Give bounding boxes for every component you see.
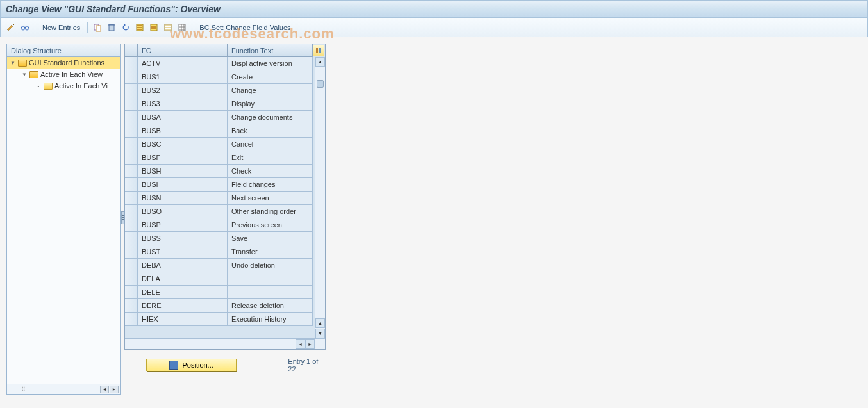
table-vertical-scrollbar[interactable]: ▲ ▲ ▼	[315, 57, 325, 338]
select-all-button[interactable]	[133, 21, 146, 34]
cell-function-text[interactable]: Transfer	[228, 245, 313, 259]
row-selector-header[interactable]	[125, 44, 138, 57]
row-selector[interactable]	[125, 70, 138, 84]
cell-fc[interactable]: BUSB	[138, 124, 228, 138]
cell-function-text[interactable]: Save	[228, 232, 313, 245]
other-view-button[interactable]	[19, 21, 31, 34]
cell-fc[interactable]: BUSF	[138, 151, 228, 165]
select-all-icon	[135, 23, 144, 32]
row-selector[interactable]	[125, 299, 138, 313]
scroll-right-button[interactable]: ►	[110, 386, 119, 393]
collapse-icon[interactable]: ▼	[10, 60, 16, 66]
cell-fc[interactable]: BUST	[138, 245, 228, 259]
row-selector[interactable]	[125, 151, 138, 165]
toggle-display-change-button[interactable]	[4, 21, 17, 34]
cell-function-text[interactable]: Other standing order	[228, 205, 313, 218]
collapse-icon[interactable]: ▼	[21, 72, 28, 78]
cell-fc[interactable]: BUS1	[138, 70, 228, 84]
column-header-fc[interactable]: FC	[138, 44, 228, 57]
row-selector[interactable]	[125, 84, 138, 97]
cell-function-text[interactable]: Check	[228, 165, 313, 178]
bcset-button[interactable]: BC Set: Change Field Values	[196, 21, 294, 34]
cell-function-text[interactable]: Cancel	[228, 138, 313, 151]
cell-fc[interactable]: BUSN	[138, 192, 228, 205]
cell-fc[interactable]: DELE	[138, 286, 228, 299]
cell-function-text[interactable]: Change	[228, 84, 313, 97]
cell-function-text[interactable]: Exit	[228, 151, 313, 165]
functions-table: FC Function Text ACTVDispl active versio…	[124, 44, 326, 350]
row-selector[interactable]	[125, 192, 138, 205]
row-selector[interactable]	[125, 205, 138, 218]
cell-fc[interactable]: BUSA	[138, 111, 228, 124]
tree-body: ▼GUI Standard Functions▼Active In Each V…	[7, 57, 120, 384]
row-selector[interactable]	[125, 218, 138, 232]
cell-function-text[interactable]: Displ active version	[228, 57, 313, 70]
cell-function-text[interactable]: Change documents	[228, 111, 313, 124]
cell-function-text[interactable]: Release deletion	[228, 299, 313, 313]
tree-node[interactable]: ▼GUI Standard Functions	[7, 57, 120, 69]
expand-icon[interactable]: •	[35, 83, 42, 89]
table-horizontal-scrollbar[interactable]: ◄ ►	[125, 338, 325, 349]
cell-function-text[interactable]: Next screen	[228, 192, 313, 205]
cell-function-text[interactable]: Execution History	[228, 313, 313, 326]
cell-fc[interactable]: DERE	[138, 299, 228, 313]
cell-fc[interactable]: BUSO	[138, 205, 228, 218]
cell-fc[interactable]: HIEX	[138, 313, 228, 326]
row-selector[interactable]	[125, 286, 138, 299]
row-selector[interactable]	[125, 272, 138, 286]
cell-fc[interactable]: BUSH	[138, 165, 228, 178]
cell-function-text[interactable]	[228, 272, 313, 286]
position-button[interactable]: Position...	[146, 359, 237, 371]
row-selector[interactable]	[125, 111, 138, 124]
scroll-up-button[interactable]: ▲	[315, 57, 325, 67]
cell-fc[interactable]: BUSP	[138, 218, 228, 232]
scroll-down-button[interactable]: ▼	[315, 329, 325, 338]
row-selector[interactable]	[125, 165, 138, 178]
cell-function-text[interactable]: Back	[228, 124, 313, 138]
column-header-function-text[interactable]: Function Text	[228, 44, 313, 57]
cell-function-text[interactable]: Field changes	[228, 178, 313, 192]
tree-node[interactable]: ▼Active In Each View	[7, 69, 120, 80]
row-selector[interactable]	[125, 245, 138, 259]
scroll-right-button[interactable]: ►	[305, 339, 315, 349]
table-config-button[interactable]	[313, 45, 324, 56]
table-settings-button[interactable]	[176, 21, 188, 34]
row-selector[interactable]	[125, 178, 138, 192]
row-selector[interactable]	[125, 97, 138, 111]
page-title: Change View "GUI Standard Functions": Ov…	[6, 4, 221, 14]
cell-fc[interactable]: DEBA	[138, 259, 228, 272]
cell-function-text[interactable]	[228, 286, 313, 299]
cell-fc[interactable]: BUS3	[138, 97, 228, 111]
cell-function-text[interactable]: Undo deletion	[228, 259, 313, 272]
cell-function-text[interactable]: Create	[228, 70, 313, 84]
glasses-icon	[21, 23, 29, 32]
delete-button[interactable]	[105, 21, 118, 34]
scroll-left-button[interactable]: ◄	[296, 339, 305, 349]
cell-fc[interactable]: BUSC	[138, 138, 228, 151]
scroll-left-button[interactable]: ◄	[100, 386, 109, 393]
row-selector[interactable]	[125, 138, 138, 151]
cell-fc[interactable]: ACTV	[138, 57, 228, 70]
tree-node[interactable]: •Active In Each Vi	[7, 80, 120, 92]
scrollbar-thumb[interactable]	[317, 80, 324, 88]
undo-button[interactable]	[119, 21, 132, 34]
cell-fc[interactable]: BUSS	[138, 232, 228, 245]
new-entries-button[interactable]: New Entries	[38, 21, 84, 34]
tree-horizontal-scrollbar[interactable]: ⠿ ◄ ►	[7, 384, 120, 394]
cell-function-text[interactable]: Display	[228, 97, 313, 111]
scroll-page-up-button[interactable]: ▲	[315, 318, 325, 328]
row-selector[interactable]	[125, 232, 138, 245]
row-selector[interactable]	[125, 57, 138, 70]
row-selector[interactable]	[125, 124, 138, 138]
deselect-all-button[interactable]	[162, 21, 174, 34]
cell-fc[interactable]: DELA	[138, 272, 228, 286]
svg-rect-12	[165, 25, 171, 26]
select-block-button[interactable]	[147, 21, 160, 34]
cell-fc[interactable]: BUSI	[138, 178, 228, 192]
page-title-bar: Change View "GUI Standard Functions": Ov…	[0, 0, 868, 18]
cell-function-text[interactable]: Previous screen	[228, 218, 313, 232]
row-selector[interactable]	[125, 313, 138, 326]
row-selector[interactable]	[125, 259, 138, 272]
cell-fc[interactable]: BUS2	[138, 84, 228, 97]
copy-as-button[interactable]	[91, 21, 104, 34]
